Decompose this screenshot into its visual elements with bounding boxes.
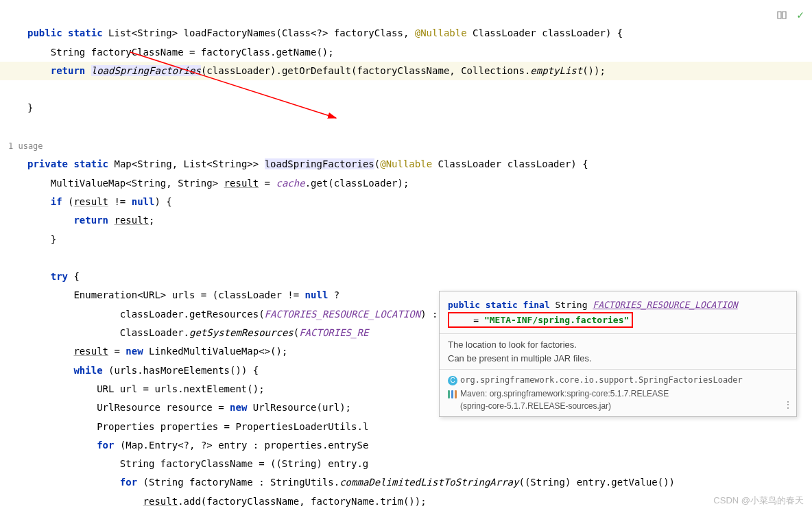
variable: result [143,496,178,507]
keyword-return: return [73,215,108,226]
code-editor[interactable]: public static List<String> loadFactoryNa… [0,0,812,513]
annotation: @Nullable [415,27,467,38]
brace: } [51,234,56,245]
keyword-public: public [27,27,62,38]
keyword-while: while [73,365,102,376]
statement: Properties properties = PropertiesLoader… [97,421,368,432]
quick-doc-popup[interactable]: public static final String FACTORIES_RES… [439,291,797,417]
library-name: Maven: org.springframework:spring-core:5… [460,389,669,398]
params: ClassLoader classLoader) { [432,158,588,169]
keyword-static: static [73,158,108,169]
static-method: emptyList [530,65,582,76]
keyword-return: return [51,65,86,76]
keyword-static: static [68,27,103,38]
variable: result [73,196,108,207]
class-icon: C [448,376,457,385]
statement: String factoryClassName = factoryClass.g… [51,47,334,58]
quick-doc-description: The location to look for factories. Can … [440,334,796,370]
watermark: CSDN @小菜鸟的春天 [713,492,804,509]
method-signature: List<String> loadFactoryNames(Class<?> f… [108,27,415,38]
keyword-null: null [132,196,155,207]
variable: result [224,178,259,189]
class-fqn[interactable]: org.springframework.core.io.support.Spri… [460,375,743,385]
method-call-highlighted[interactable]: loadSpringFactories [91,65,201,76]
params: ClassLoader classLoader) { [467,27,623,38]
keyword-new: new [230,402,247,413]
keyword-new: new [126,346,143,357]
call-chain: (classLoader).getOrDefault(factoryClassN… [201,65,530,76]
library-jar: (spring-core-5.1.7.RELEASE-sources.jar) [460,400,788,412]
keyword-for: for [97,440,114,451]
keyword-if: if [51,196,62,207]
quick-doc-signature: public static final String FACTORIES_RES… [440,291,796,334]
return-type: Map<String, List<String>> [114,158,264,169]
constant-name: FACTORIES_RESOURCE_LOCATION [593,300,737,310]
statement: Enumeration<URL> urls = (classLoader != [73,289,304,300]
keyword-private: private [27,158,68,169]
statement: URL url = urls.nextElement(); [97,383,264,394]
keyword-for: for [120,477,137,488]
end: ()); [582,65,606,76]
annotation: @Nullable [380,158,432,169]
static-method: commaDelimitedListToStringArray [339,477,518,488]
static-method: getSystemResources [189,327,294,338]
variable: result [114,215,149,226]
usage-hint[interactable]: 1 usage [8,141,43,151]
call: classLoader.getResources( [120,309,265,320]
statement: String factoryClassName = ((String) entr… [120,458,368,469]
more-actions-icon[interactable]: ⋮ [783,398,792,412]
quick-doc-location: Corg.springframework.core.io.support.Spr… [440,370,796,416]
constant-ref[interactable]: FACTORIES_RE [299,327,368,338]
method-name-highlighted[interactable]: loadSpringFactories [265,158,374,169]
variable: result [73,346,108,357]
class-ref: ClassLoader. [120,327,189,338]
library-icon [448,390,457,398]
brace: } [27,102,33,113]
keyword-try: try [51,271,68,282]
field-ref: cache [276,178,304,189]
highlight-box: = "META-INF/spring.factories" [448,312,633,329]
constant-ref[interactable]: FACTORIES_RESOURCE_LOCATION [265,309,421,320]
string-literal: "META-INF/spring.factories" [484,315,629,325]
statement: UrlResource resource = [97,402,230,413]
type-decl: MultiValueMap<String, String> [51,178,224,189]
